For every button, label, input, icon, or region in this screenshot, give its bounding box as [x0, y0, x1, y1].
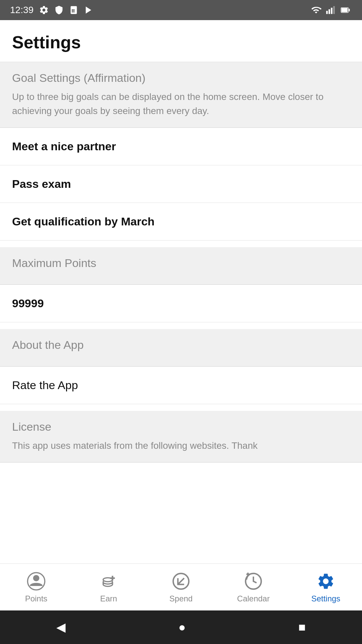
svg-rect-9 — [333, 6, 335, 14]
license-title: License — [12, 420, 350, 433]
goal-1-text: Meet a nice partner — [12, 140, 116, 153]
goal-settings-desc: Up to three big goals can be displayed o… — [12, 90, 350, 118]
status-right — [310, 5, 352, 15]
points-icon — [26, 571, 46, 591]
play-status-icon — [84, 5, 93, 15]
back-button[interactable]: ◀ — [56, 620, 66, 634]
system-nav-bar: ◀ ● ■ — [0, 610, 362, 644]
nav-points[interactable]: Points — [0, 571, 72, 603]
nav-settings-label: Settings — [311, 594, 341, 603]
shield-status-icon — [54, 5, 64, 15]
page-title: Settings — [12, 33, 81, 52]
status-bar: 12:39 — [0, 0, 362, 20]
goal-settings-section-header: Goal Settings (Affirmation) Up to three … — [0, 62, 362, 128]
svg-point-13 — [33, 575, 40, 581]
earn-icon — [99, 571, 119, 591]
max-points-item[interactable]: 99999 — [0, 285, 362, 322]
main-content: Goal Settings (Affirmation) Up to three … — [0, 62, 362, 565]
nav-earn[interactable]: Earn — [72, 571, 145, 603]
spend-icon — [171, 571, 191, 591]
rate-app-item[interactable]: Rate the App — [0, 367, 362, 404]
svg-rect-8 — [331, 8, 333, 14]
calendar-icon — [243, 571, 263, 591]
svg-rect-6 — [326, 11, 328, 14]
rate-app-text: Rate the App — [12, 379, 78, 391]
goal-3-text: Get qualification by March — [12, 215, 155, 228]
nav-points-label: Points — [25, 594, 48, 603]
battery-icon — [339, 5, 352, 15]
max-points-title: Maximum Points — [12, 257, 350, 270]
max-points-value: 99999 — [12, 297, 44, 310]
goal-1-item[interactable]: Meet a nice partner — [0, 128, 362, 165]
svg-rect-3 — [72, 11, 73, 13]
goal-2-text: Pass exam — [12, 177, 71, 190]
settings-nav-icon — [316, 571, 336, 591]
home-button[interactable]: ● — [178, 620, 186, 634]
goal-2-item[interactable]: Pass exam — [0, 165, 362, 203]
about-title: About the App — [12, 338, 350, 352]
about-section-header: About the App — [0, 329, 362, 367]
nav-earn-label: Earn — [100, 594, 117, 603]
wifi-icon — [310, 5, 322, 15]
status-time: 12:39 — [10, 5, 34, 15]
sim-status-icon — [69, 5, 78, 15]
nav-calendar-label: Calendar — [237, 594, 269, 603]
signal-icon — [326, 5, 335, 15]
page-header: Settings — [0, 20, 362, 62]
license-desc: This app uses materials from the followi… — [12, 439, 350, 453]
bottom-nav: Points Earn Spen — [0, 564, 362, 610]
goal-settings-title: Goal Settings (Affirmation) — [12, 71, 350, 85]
svg-marker-5 — [86, 7, 91, 14]
svg-rect-4 — [73, 11, 75, 13]
nav-spend[interactable]: Spend — [145, 571, 217, 603]
svg-rect-1 — [72, 9, 73, 11]
settings-status-icon — [39, 5, 49, 15]
svg-rect-7 — [328, 9, 330, 14]
nav-settings[interactable]: Settings — [290, 571, 362, 603]
svg-rect-11 — [342, 8, 348, 12]
nav-calendar[interactable]: Calendar — [217, 571, 290, 603]
goal-3-item[interactable]: Get qualification by March — [0, 203, 362, 240]
license-section-header: License This app uses materials from the… — [0, 411, 362, 463]
svg-rect-12 — [349, 9, 350, 11]
recent-button[interactable]: ■ — [298, 620, 306, 634]
status-left: 12:39 — [10, 5, 93, 15]
nav-spend-label: Spend — [169, 594, 192, 603]
svg-rect-2 — [73, 9, 75, 11]
max-points-section-header: Maximum Points — [0, 247, 362, 285]
